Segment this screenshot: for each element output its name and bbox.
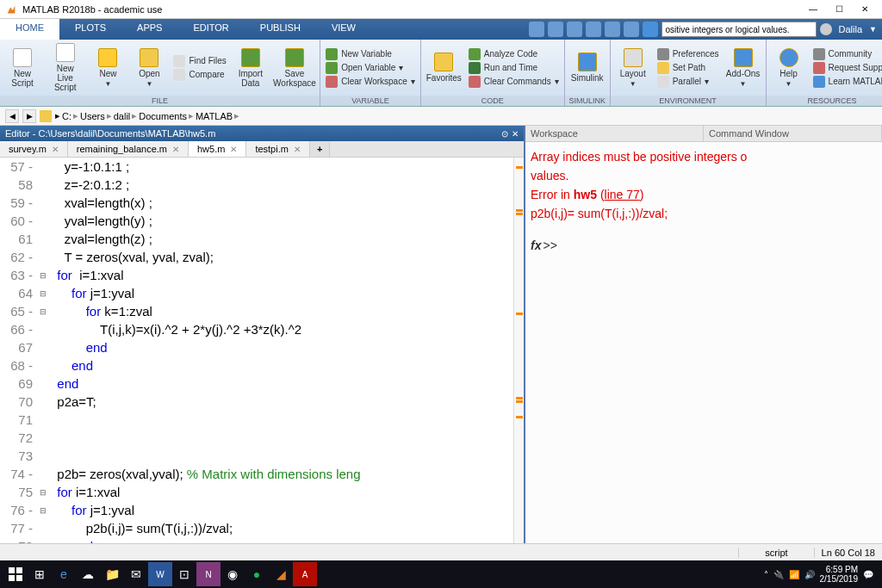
window-maximize[interactable]: ☐	[827, 2, 851, 17]
svg-rect-1	[9, 567, 15, 573]
open-variable-button[interactable]: Open Variable ▾	[326, 62, 415, 74]
word-icon[interactable]: W	[148, 562, 172, 586]
editor-dock-icon[interactable]: ⊙	[501, 129, 508, 139]
windows-taskbar: ⊞ e ☁ 📁 ✉ W ⊡ N ◉ ● ◢ A ˄ 🔌 📶 🔊 6:59 PM …	[0, 560, 882, 588]
learn-matlab-button[interactable]: Learn MATLAB	[813, 76, 882, 88]
editor-tab[interactable]: hw5.m✕	[189, 141, 246, 157]
start-button[interactable]	[3, 562, 28, 586]
tray-chevron-icon[interactable]: ˄	[764, 570, 768, 579]
save-workspace-button[interactable]: Save Workspace	[275, 48, 314, 88]
favorites-button[interactable]: Favorites	[426, 53, 462, 83]
save-icon[interactable]	[529, 22, 544, 37]
tray-wifi-icon[interactable]: 📶	[789, 570, 799, 579]
weather-icon[interactable]: ☁	[76, 562, 100, 586]
breadcrumb[interactable]: ▸ C: ▸ Users ▸ dalil ▸ Documents ▸ MATLA…	[55, 110, 239, 121]
command-prompt: >>	[543, 238, 556, 252]
request-support-button[interactable]: Request Support	[813, 62, 882, 74]
addons-button[interactable]: Add-Ons▼	[726, 48, 761, 88]
editor-tab[interactable]: testpi.m✕	[246, 141, 310, 157]
doc-search-input[interactable]	[662, 22, 817, 37]
main-area: Editor - C:\Users\dalil\Documents\MATLAB…	[0, 126, 882, 543]
redo-icon[interactable]	[624, 22, 639, 37]
workspace-panel-header[interactable]: Workspace	[525, 126, 704, 142]
warning-marker[interactable]	[516, 397, 523, 399]
close-icon[interactable]: ✕	[172, 145, 179, 154]
store-icon[interactable]: ⊡	[172, 562, 196, 586]
preferences-button[interactable]: Preferences	[657, 48, 719, 60]
help-icon[interactable]	[643, 22, 658, 37]
add-tab-button[interactable]: +	[310, 141, 330, 157]
fx-icon[interactable]: fx	[531, 238, 541, 252]
ribbon-tab-view[interactable]: VIEW	[316, 19, 371, 40]
user-avatar-icon[interactable]	[820, 23, 832, 35]
parallel-button[interactable]: Parallel ▾	[657, 76, 719, 88]
code-editor[interactable]: 57 -5859 -60 -6162 -63 -6465 -66 -6768 -…	[0, 158, 524, 543]
environment-group-label: ENVIRONMENT	[611, 96, 766, 106]
toolstrip: New Script New Live Script New▼ Open▼ Fi…	[0, 40, 882, 107]
help-button[interactable]: Help▼	[772, 48, 806, 88]
svg-rect-2	[16, 567, 22, 573]
compare-button[interactable]: Compare	[173, 69, 226, 81]
task-view-icon[interactable]: ⊞	[28, 562, 52, 586]
new-script-button[interactable]: New Script	[5, 48, 40, 88]
set-path-button[interactable]: Set Path	[657, 62, 719, 74]
message-bar[interactable]	[513, 158, 524, 543]
ribbon-tab-home[interactable]: HOME	[0, 19, 59, 40]
copy-icon[interactable]	[567, 22, 582, 37]
nav-back-button[interactable]: ◀	[5, 109, 19, 123]
tray-power-icon[interactable]: 🔌	[773, 570, 784, 579]
new-button[interactable]: New▼	[90, 48, 125, 88]
editor-tab[interactable]: survey.m✕	[0, 141, 68, 157]
analyze-code-button[interactable]: Analyze Code	[469, 48, 559, 60]
system-clock[interactable]: 6:59 PM 2/15/2019	[820, 565, 859, 584]
edge-icon[interactable]: e	[52, 562, 76, 586]
warning-marker[interactable]	[516, 313, 523, 315]
user-name[interactable]: Dalila	[835, 24, 866, 34]
chrome-icon[interactable]: ◉	[220, 562, 245, 586]
community-button[interactable]: Community	[813, 48, 882, 60]
window-minimize[interactable]: —	[801, 2, 825, 17]
close-icon[interactable]: ✕	[294, 145, 301, 154]
ribbon-tab-plots[interactable]: PLOTS	[59, 19, 121, 40]
ribbon-tab-editor[interactable]: EDITOR	[177, 19, 244, 40]
undo-icon[interactable]	[605, 22, 620, 37]
spotify-icon[interactable]: ●	[245, 562, 269, 586]
mail-icon[interactable]: ✉	[124, 562, 148, 586]
import-data-button[interactable]: Import Data	[233, 48, 268, 88]
warning-marker[interactable]	[516, 209, 523, 212]
warning-marker[interactable]	[516, 416, 523, 418]
new-live-script-button[interactable]: New Live Script	[47, 43, 84, 92]
code-group-label: CODE	[421, 96, 564, 106]
close-icon[interactable]: ✕	[52, 145, 59, 154]
svg-rect-3	[9, 575, 15, 581]
notification-icon[interactable]: 💬	[863, 570, 873, 579]
open-button[interactable]: Open▼	[132, 48, 166, 88]
close-icon[interactable]: ✕	[230, 145, 237, 154]
status-file-type: script	[738, 548, 813, 558]
run-and-time-button[interactable]: Run and Time	[469, 62, 559, 74]
find-files-button[interactable]: Find Files	[173, 55, 226, 67]
layout-button[interactable]: Layout▼	[616, 48, 650, 88]
matlab-taskbar-icon[interactable]: ◢	[269, 562, 293, 586]
new-variable-button[interactable]: New Variable	[326, 48, 415, 60]
command-window-header[interactable]: Command Window	[704, 126, 882, 142]
warning-marker[interactable]	[516, 213, 523, 215]
editor-close-icon[interactable]: ✕	[512, 129, 519, 139]
ribbon-tab-apps[interactable]: APPS	[121, 19, 177, 40]
window-close[interactable]: ✕	[853, 2, 877, 17]
nav-forward-button[interactable]: ▶	[22, 109, 36, 123]
warning-marker[interactable]	[516, 400, 523, 403]
clear-commands-button[interactable]: Clear Commands ▾	[469, 76, 559, 88]
editor-tab[interactable]: remaining_balance.m✕	[68, 141, 189, 157]
simulink-button[interactable]: Simulink	[570, 53, 605, 83]
warning-marker[interactable]	[516, 166, 523, 169]
paste-icon[interactable]	[586, 22, 601, 37]
acrobat-icon[interactable]: A	[293, 562, 317, 586]
command-window[interactable]: Array indices must be positive integers …	[525, 142, 882, 543]
ribbon-tab-publish[interactable]: PUBLISH	[245, 19, 316, 40]
onenote-icon[interactable]: N	[196, 562, 220, 586]
clear-workspace-button[interactable]: Clear Workspace ▾	[326, 76, 415, 88]
tray-volume-icon[interactable]: 🔊	[804, 570, 815, 579]
cut-icon[interactable]	[548, 22, 563, 37]
explorer-icon[interactable]: 📁	[100, 562, 124, 586]
